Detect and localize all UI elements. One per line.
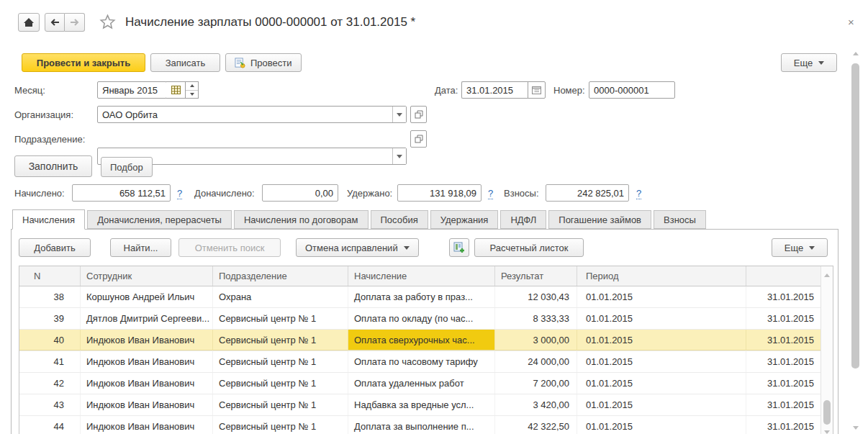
cell-period-start[interactable]: 01.01.2015 [577, 351, 746, 372]
tab-benefits[interactable]: Пособия [371, 210, 428, 229]
cell-n[interactable]: 43 [19, 394, 81, 415]
col-header-period-end[interactable] [746, 266, 824, 286]
cell-department[interactable]: Сервисный центр № 1 [213, 351, 348, 372]
cell-period-end[interactable]: 31.01.2015 [746, 330, 824, 351]
cell-result[interactable]: 12 030,43 [495, 286, 577, 307]
cell-result[interactable]: 3 000,00 [495, 330, 577, 351]
month-picker-button[interactable] [166, 81, 186, 99]
table-row[interactable]: 44 Индюков Иван Иванович Сервисный центр… [19, 416, 833, 434]
favorite-star-icon[interactable] [99, 14, 116, 30]
table-scrollbar[interactable] [820, 266, 833, 434]
department-open-button[interactable] [410, 130, 427, 148]
cell-employee[interactable]: Индюков Иван Иванович [81, 394, 213, 415]
table-row[interactable]: 39 Дятлов Дмитрий Сергееви... Сервисный … [19, 308, 833, 330]
cell-department[interactable]: Сервисный центр № 1 [213, 394, 348, 415]
cell-n[interactable]: 41 [19, 351, 81, 372]
cell-n[interactable]: 42 [19, 373, 81, 394]
cell-department[interactable]: Сервисный центр № 1 [213, 373, 348, 394]
cell-period-end[interactable]: 31.01.2015 [746, 416, 824, 434]
scrollbar-up-icon[interactable] [824, 273, 830, 277]
tab-contract-accruals[interactable]: Начисления по договорам [234, 210, 369, 229]
cell-n[interactable]: 39 [19, 308, 81, 329]
table-row[interactable]: 42 Индюков Иван Иванович Сервисный центр… [19, 373, 833, 394]
cell-n[interactable]: 40 [19, 330, 81, 351]
tab-loan-repayment[interactable]: Погашение займов [548, 210, 651, 229]
add-row-button[interactable]: Добавить [19, 238, 91, 257]
organization-dropdown-button[interactable] [392, 107, 406, 122]
number-input[interactable] [589, 81, 675, 99]
post-and-close-button[interactable]: Провести и закрыть [22, 53, 145, 72]
table-row-selected[interactable]: 40 Индюков Иван Иванович Сервисный центр… [19, 330, 833, 351]
month-stepper[interactable] [186, 81, 199, 99]
organization-input[interactable] [97, 106, 407, 123]
table-scrollbar-thumb[interactable] [823, 400, 831, 425]
cell-accrual[interactable]: Оплата по окладу (по час... [348, 308, 495, 329]
scrollbar-down-icon[interactable] [824, 430, 830, 434]
tab-ndfl[interactable]: НДФЛ [500, 210, 546, 229]
table-row[interactable]: 38 Коршунов Андрей Ильич Охрана Доплата … [19, 286, 833, 308]
table-row[interactable]: 43 Индюков Иван Иванович Сервисный центр… [19, 394, 833, 416]
cell-result[interactable]: 8 333,33 [495, 308, 577, 329]
write-button[interactable]: Записать [150, 53, 220, 72]
cell-employee[interactable]: Индюков Иван Иванович [81, 351, 213, 372]
table-row[interactable]: 41 Индюков Иван Иванович Сервисный центр… [19, 351, 833, 373]
date-calendar-button[interactable] [528, 81, 546, 99]
cell-period-start[interactable]: 01.01.2015 [577, 308, 746, 329]
cell-n[interactable]: 44 [19, 416, 81, 434]
scrollbar-down-icon[interactable] [853, 426, 859, 430]
tab-accruals[interactable]: Начисления [12, 209, 85, 230]
cell-accrual[interactable]: Надбавка за вредные усл... [348, 394, 495, 415]
col-header-employee[interactable]: Сотрудник [81, 266, 213, 286]
contributions-help-link[interactable]: ? [636, 188, 641, 199]
cell-result[interactable]: 3 420,00 [495, 394, 577, 415]
cell-accrual-active[interactable]: Оплата сверхурочных час... [348, 330, 495, 351]
cancel-search-button[interactable]: Отменить поиск [178, 238, 281, 257]
cell-employee[interactable]: Коршунов Андрей Ильич [81, 286, 213, 307]
tab-deductions[interactable]: Удержания [430, 210, 499, 229]
col-header-n[interactable]: N [19, 266, 81, 286]
cell-n[interactable]: 38 [19, 286, 81, 307]
accrued-help-link[interactable]: ? [177, 188, 182, 199]
undo-corrections-button[interactable]: Отмена исправлений [296, 238, 419, 257]
page-scrollbar-thumb[interactable] [851, 63, 859, 369]
cell-department[interactable]: Сервисный центр № 1 [213, 416, 348, 434]
cell-employee[interactable]: Индюков Иван Иванович [81, 373, 213, 394]
organization-open-button[interactable] [410, 106, 427, 123]
cell-period-end[interactable]: 31.01.2015 [746, 373, 824, 394]
cell-result[interactable]: 42 322,50 [495, 416, 577, 434]
col-header-department[interactable]: Подразделение [213, 266, 348, 286]
forward-button[interactable] [65, 13, 85, 32]
cell-accrual[interactable]: Оплата удаленных работ [348, 373, 495, 394]
cell-period-start[interactable]: 01.01.2015 [577, 373, 746, 394]
payslip-button[interactable]: Расчетный листок [474, 238, 584, 257]
col-header-result[interactable]: Результат [495, 266, 577, 286]
col-header-accrual[interactable]: Начисление [348, 266, 495, 286]
accrual-details-button[interactable] [449, 238, 469, 257]
month-input[interactable] [97, 81, 167, 99]
tab-contributions[interactable]: Взносы [654, 210, 706, 229]
department-dropdown-button[interactable] [392, 148, 406, 164]
cell-accrual[interactable]: Доплата за работу в праз... [348, 286, 495, 307]
pick-button[interactable]: Подбор [101, 157, 153, 177]
post-button[interactable]: Провести [225, 53, 302, 72]
more-button-table[interactable]: Еще [772, 238, 828, 257]
additional-accrued-value[interactable]: 0,00 [262, 184, 338, 202]
cell-accrual[interactable]: Оплата по часовому тарифу [348, 351, 495, 372]
page-scrollbar[interactable] [851, 49, 861, 434]
cell-department[interactable]: Охрана [213, 286, 348, 307]
cell-department[interactable]: Сервисный центр № 1 [213, 330, 348, 351]
cell-period-start[interactable]: 01.01.2015 [577, 286, 746, 307]
cell-result[interactable]: 24 000,00 [495, 351, 577, 372]
cell-department[interactable]: Сервисный центр № 1 [213, 308, 348, 329]
cell-period-end[interactable]: 31.01.2015 [746, 394, 824, 415]
withheld-help-link[interactable]: ? [488, 188, 493, 199]
cell-accrual[interactable]: Доплата за выполнение п... [348, 416, 495, 434]
more-button-top[interactable]: Еще [781, 53, 837, 72]
date-input[interactable] [461, 81, 528, 99]
close-icon[interactable]: × [848, 16, 854, 28]
cell-period-start[interactable]: 01.01.2015 [577, 394, 746, 415]
cell-period-end[interactable]: 31.01.2015 [746, 308, 824, 329]
cell-employee[interactable]: Дятлов Дмитрий Сергееви... [81, 308, 213, 329]
scrollbar-up-icon[interactable] [853, 52, 859, 55]
find-button[interactable]: Найти... [110, 238, 171, 257]
